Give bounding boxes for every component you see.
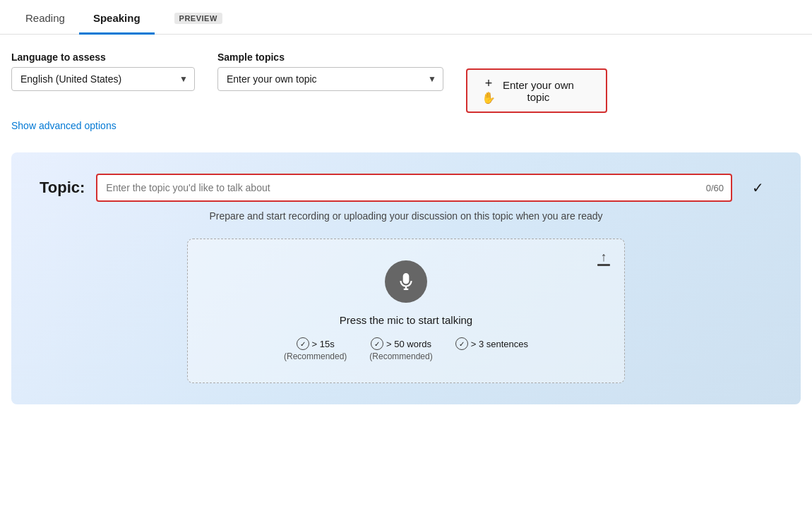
mic-icon <box>397 272 415 291</box>
req-check-line-1: ✓ > 50 words <box>371 337 431 350</box>
check-circle-2: ✓ <box>455 337 468 350</box>
req-item-2: ✓ > 3 sentences <box>455 337 528 351</box>
req-text-0: > 15s <box>312 339 335 349</box>
requirements-row: ✓ > 15s (Recommended) ✓ > 50 words (Reco… <box>284 337 528 361</box>
sample-topics-select[interactable]: Enter your own topic <box>217 67 443 91</box>
char-count: 0/60 <box>699 183 731 193</box>
tab-speaking-label: Speaking <box>93 12 141 24</box>
sample-topics-label: Sample topics <box>217 52 443 63</box>
enter-own-topic-line2: topic <box>527 91 550 103</box>
req-check-line-0: ✓ > 15s <box>297 337 335 350</box>
sample-topics-field-group: Sample topics Enter your own topic ▼ <box>217 52 443 91</box>
preview-badge: PREVIEW <box>174 13 222 24</box>
req-recommended-1: (Recommended) <box>369 351 432 361</box>
language-select[interactable]: English (United States) <box>11 67 195 91</box>
language-field-group: Language to assess English (United State… <box>11 52 195 91</box>
upload-arrow-icon: ↑ <box>601 251 607 263</box>
enter-own-topic-label: Enter your own topic <box>503 79 574 103</box>
tab-speaking[interactable]: Speaking <box>79 1 155 35</box>
main-content: Language to assess English (United State… <box>0 35 812 416</box>
form-row: Language to assess English (United State… <box>11 52 801 113</box>
plus-cursor-icon: + ✋ <box>482 77 496 104</box>
main-panel: Topic: 0/60 ✓ Prepare and start recordin… <box>11 152 801 404</box>
req-recommended-0: (Recommended) <box>284 351 347 361</box>
tab-preview[interactable]: PREVIEW <box>155 0 237 35</box>
req-item-1: ✓ > 50 words (Recommended) <box>369 337 432 361</box>
check-circle-0: ✓ <box>297 337 309 350</box>
topic-input[interactable] <box>97 175 698 200</box>
tab-reading[interactable]: Reading <box>11 1 79 35</box>
req-check-line-2: ✓ > 3 sentences <box>455 337 528 350</box>
press-mic-text: Press the mic to start talking <box>340 314 472 326</box>
recording-panel: ↑ Press the mic to start talking ✓ > 15s <box>187 239 625 383</box>
show-advanced-options-link[interactable]: Show advanced options <box>11 120 117 131</box>
topic-label: Topic: <box>40 179 85 197</box>
check-circle-1: ✓ <box>371 337 383 350</box>
sample-topics-select-wrapper: Enter your own topic ▼ <box>217 67 443 91</box>
upload-bar-icon <box>597 264 610 266</box>
confirm-topic-button[interactable]: ✓ <box>744 174 772 202</box>
req-text-1: > 50 words <box>386 339 431 349</box>
plus-icon: + <box>485 77 493 90</box>
topic-row: Topic: 0/60 ✓ <box>40 174 772 202</box>
enter-own-topic-line1: Enter your own <box>503 79 574 91</box>
cursor-hand-icon: ✋ <box>482 91 496 104</box>
tabs-bar: Reading Speaking PREVIEW <box>0 0 812 35</box>
topic-input-wrapper: 0/60 <box>96 174 732 202</box>
topic-hint: Prepare and start recording or uploading… <box>40 210 772 222</box>
tab-reading-label: Reading <box>25 12 65 24</box>
enter-own-topic-button[interactable]: + ✋ Enter your own topic <box>466 68 607 113</box>
req-text-2: > 3 sentences <box>471 339 528 349</box>
req-item-0: ✓ > 15s (Recommended) <box>284 337 347 361</box>
language-label: Language to assess <box>11 52 195 63</box>
mic-button[interactable] <box>385 260 427 303</box>
language-select-wrapper: English (United States) ▼ <box>11 67 195 91</box>
upload-icon[interactable]: ↑ <box>597 251 610 266</box>
